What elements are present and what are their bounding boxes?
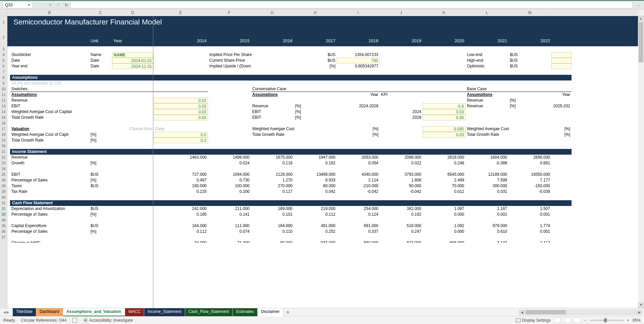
vertical-scrollbar[interactable]: ▲ ▼ xyxy=(638,16,644,308)
input-name[interactable]: NAME xyxy=(112,52,154,58)
row-header-7[interactable]: 7 xyxy=(0,69,7,75)
col-header-G[interactable]: G xyxy=(251,9,294,16)
horizontal-scrollbar[interactable]: ◀ ▶ xyxy=(292,310,644,315)
row-header-3[interactable]: 3 xyxy=(0,46,7,52)
add-sheet-button[interactable]: ⊕ xyxy=(283,309,292,316)
view-normal-button[interactable] xyxy=(554,318,561,323)
row-header-4[interactable]: 4 xyxy=(0,52,7,58)
view-page-break-button[interactable] xyxy=(574,318,581,323)
select-all-corner[interactable] xyxy=(0,9,7,16)
row-header-37[interactable]: 37 xyxy=(0,234,7,240)
hscroll-thumb[interactable] xyxy=(526,310,566,314)
row-header-28[interactable]: 28 xyxy=(0,183,7,189)
row-header-24[interactable]: 24 xyxy=(0,166,7,172)
row-header-5[interactable]: 5 xyxy=(0,58,7,63)
row-header-31[interactable]: 31 xyxy=(0,200,7,206)
col-header-K[interactable]: K xyxy=(423,9,466,16)
formula-input[interactable] xyxy=(70,2,633,8)
scroll-down-icon[interactable]: ▼ xyxy=(638,303,644,308)
sheet-tab-Estimates[interactable]: Estimates xyxy=(233,308,258,316)
name-box-dropdown-icon[interactable]: ▼ xyxy=(28,3,31,7)
row-header-32[interactable]: 32 xyxy=(0,206,7,212)
sheet-tab-TitleSlide[interactable]: TitleSlide xyxy=(13,308,36,316)
input-share-price[interactable]: 750 xyxy=(337,58,380,63)
row-header-19[interactable]: 19 xyxy=(0,138,7,143)
row-header-11[interactable]: 11 xyxy=(0,92,7,98)
col-header-I[interactable]: I xyxy=(337,9,380,16)
col-header-E[interactable]: E xyxy=(154,9,208,16)
sheet-tab-Assumptions_and_Valuation[interactable]: Assumptions_and_Valuation xyxy=(63,308,125,316)
column-headers: BCDEFGHIJKLM xyxy=(0,9,644,16)
row-header-15[interactable]: 15 xyxy=(0,115,7,120)
tab-nav-buttons[interactable]: ◀ ▶ xyxy=(0,310,13,314)
sheet-tab-WACC[interactable]: WACC xyxy=(125,308,144,316)
row-label: Percentage of Sales xyxy=(10,229,89,234)
sheet-tab-Cash_Flow_Statement[interactable]: Cash_Flow_Statement xyxy=(185,308,233,316)
row-header-14[interactable]: 14 xyxy=(0,109,7,115)
hscroll-right-icon[interactable]: ▶ xyxy=(637,310,642,315)
row-header-18[interactable]: 18 xyxy=(0,132,7,138)
tab-nav-prev-icon[interactable]: ◀ xyxy=(3,310,6,314)
input-date[interactable]: 2024-01-01 xyxy=(112,58,154,63)
col-header-M[interactable]: M xyxy=(508,9,551,16)
row-header-12[interactable]: 12 xyxy=(0,98,7,103)
vscroll-thumb[interactable] xyxy=(639,22,643,62)
sheet-tab-Disclaimer[interactable]: Disclaimer xyxy=(258,308,283,316)
row-header-2[interactable]: 2 xyxy=(0,28,7,46)
row-header-13[interactable]: 13 xyxy=(0,103,7,109)
display-settings-button[interactable]: Display Settings xyxy=(516,318,551,323)
row-header-1[interactable]: 1 xyxy=(0,16,7,28)
col-header-C[interactable]: C xyxy=(89,9,112,16)
row-header-20[interactable]: 20 xyxy=(0,143,7,149)
col-header-H[interactable]: H xyxy=(294,9,337,16)
row-header-17[interactable]: 17 xyxy=(0,126,7,132)
row-header-36[interactable]: 36 xyxy=(0,229,7,234)
row-label: Taxes xyxy=(10,183,89,189)
row-header-21[interactable]: 21 xyxy=(0,149,7,155)
row-header-30[interactable]: 30 xyxy=(0,195,7,200)
fx-icon[interactable]: fx xyxy=(62,3,70,7)
row-header-8[interactable]: 8 xyxy=(0,75,7,80)
col-header-x[interactable] xyxy=(7,9,10,16)
view-page-layout-button[interactable] xyxy=(564,318,571,323)
spreadsheet-grid[interactable]: Semiconductor Manufacturer Financial Mod… xyxy=(7,16,638,308)
accessibility-status[interactable]: ✚ Accessibility: Investigate xyxy=(83,318,133,323)
col-header-J[interactable]: J xyxy=(380,9,423,16)
row-header-23[interactable]: 23 xyxy=(0,160,7,166)
row-header-22[interactable]: 22 xyxy=(0,155,7,160)
zoom-slider[interactable] xyxy=(590,320,624,321)
zoom-thumb[interactable] xyxy=(604,318,607,322)
row-header-34[interactable]: 34 xyxy=(0,217,7,223)
col-header-L[interactable]: L xyxy=(466,9,508,16)
name-box[interactable]: Q33 ▼ xyxy=(3,2,33,8)
expand-formula-bar-icon[interactable]: ⌄ xyxy=(635,3,642,7)
zoom-out-button[interactable]: − xyxy=(584,318,587,323)
col-header-x[interactable] xyxy=(551,9,572,16)
row-label: Tax Rate xyxy=(10,189,89,195)
row-header-16[interactable]: 16 xyxy=(0,120,7,126)
zoom-level[interactable]: 85% xyxy=(633,318,641,323)
input-year-end[interactable]: 2024-12-31 xyxy=(112,63,154,69)
row-header-29[interactable]: 29 xyxy=(0,189,7,195)
sheet-tab-Dashboard[interactable]: Dashboard xyxy=(36,308,63,316)
row-label: Percentage of Sales xyxy=(10,177,89,183)
row-header-10[interactable]: 10 xyxy=(0,86,7,92)
row-header-35[interactable]: 35 xyxy=(0,223,7,229)
scroll-up-icon[interactable]: ▲ xyxy=(638,16,644,21)
zoom-in-button[interactable]: + xyxy=(627,318,629,323)
formula-bar: Q33 ▼ ✕ ✓ fx ⌄ xyxy=(0,1,644,9)
row-header-33[interactable]: 33 xyxy=(0,212,7,217)
row-header-25[interactable]: 25 xyxy=(0,172,7,177)
col-header-B[interactable]: B xyxy=(10,9,89,16)
row-header-9[interactable]: 9 xyxy=(0,80,7,86)
col-header-D[interactable]: D xyxy=(112,9,154,16)
col-header-F[interactable]: F xyxy=(208,9,251,16)
row-header-6[interactable]: 6 xyxy=(0,63,7,69)
tab-nav-next-icon[interactable]: ▶ xyxy=(7,310,9,314)
macro-record-icon[interactable] xyxy=(72,318,77,323)
row-header-26[interactable]: 26 xyxy=(0,177,7,183)
sheet-tab-Income_Statement[interactable]: Income_Statement xyxy=(144,308,185,316)
hscroll-left-icon[interactable]: ◀ xyxy=(519,310,525,315)
row-label: Capital Expenditure xyxy=(10,223,89,229)
grid-area: 1234567891011121314151617181920212223242… xyxy=(0,16,644,308)
